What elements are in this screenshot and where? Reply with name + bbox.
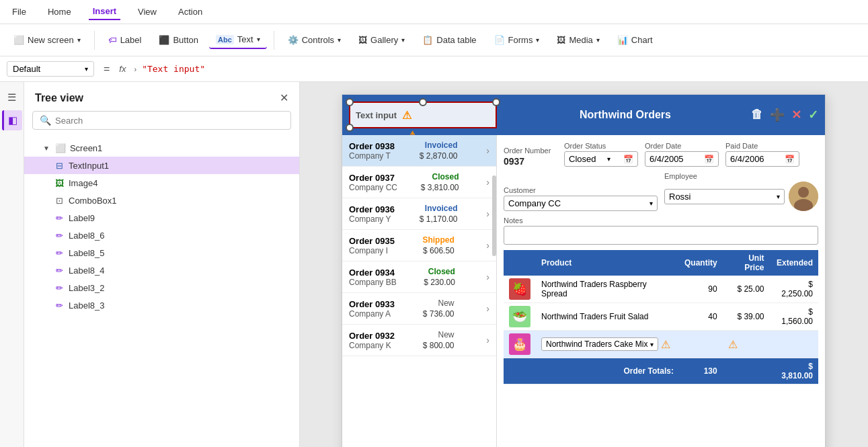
product-img-1: 🥗 (504, 303, 536, 331)
tree-item-textinput1[interactable]: ⊟ TextInput1 (24, 157, 299, 174)
product-extended-1: $ 1,560.00 (769, 303, 818, 331)
product-price-new: ⚠ (723, 331, 770, 358)
text-input-element[interactable]: Text input ⚠ Invoiced ⚠ (349, 101, 497, 128)
product-img-new: 🎂 (504, 331, 536, 358)
order-left-0937: Order 0937 Company CC (349, 173, 397, 192)
button-button[interactable]: ⬛ Button (152, 32, 205, 48)
tree-item-label8-4[interactable]: ✏ Label8_4 (24, 261, 299, 279)
hamburger-icon[interactable]: ☰ (2, 87, 22, 108)
sidebar-search-box[interactable]: 🔍 (32, 111, 291, 130)
paid-date-input[interactable]: 6/4/2006 📅 (725, 151, 799, 167)
chevron-down-icon: ▾ (77, 36, 81, 44)
controls-icon: ⚙️ (288, 35, 299, 45)
chevron-right-icon-formula: › (134, 65, 136, 73)
order-date-value: 6/4/2005 (649, 154, 684, 164)
order-right-0936: Invoiced $ 1,170.00 (420, 204, 458, 224)
formula-bar: Default ▾ = fx › "Text input" (0, 56, 868, 82)
chart-button[interactable]: 📊 Chart (610, 32, 660, 48)
calendar-icon-paid: 📅 (785, 155, 795, 164)
close-icon[interactable]: ✕ (280, 91, 288, 104)
cake-image: 🎂 (509, 333, 530, 355)
product-row-1[interactable]: 🥗 Northwind Traders Fruit Salad 40 $ 39.… (504, 303, 818, 331)
product-dropdown-cell[interactable]: Northwind Traders Cake Mix ▾ ⚠ (536, 331, 679, 358)
menu-view[interactable]: View (134, 4, 161, 19)
forms-button[interactable]: 📄 Forms ▾ (487, 32, 547, 48)
trash-icon[interactable]: 🗑 (751, 108, 763, 122)
media-button[interactable]: 🖼 Media ▾ (550, 32, 606, 48)
text-button[interactable]: Abc Text ▾ (209, 31, 267, 49)
employee-dropdown[interactable]: Rossi ▾ (664, 189, 785, 204)
label3-2-icon: ✏ (54, 282, 65, 293)
layers-icon[interactable]: ◧ (2, 110, 22, 130)
order-amount-0937: $ 3,810.00 (421, 183, 459, 192)
search-input[interactable] (55, 116, 284, 126)
menu-file[interactable]: File (8, 4, 30, 19)
order-num-0934: Order 0934 (349, 268, 397, 278)
order-row-0936[interactable]: Order 0936 Company Y Invoiced $ 1,170.00… (342, 198, 496, 230)
controls-button[interactable]: ⚙️ Controls ▾ (281, 32, 348, 48)
tree-item-image4[interactable]: 🖼 Image4 (24, 174, 299, 192)
product-dropdown-value: Northwind Traders Cake Mix (546, 339, 647, 349)
plus-icon[interactable]: ➕ (770, 108, 785, 122)
notes-input[interactable] (504, 226, 818, 245)
formula-dropdown[interactable]: Default ▾ (7, 61, 94, 77)
screen1-label: Screen1 (70, 143, 102, 153)
order-status-value: Closed (569, 154, 596, 164)
label9-icon: ✏ (54, 212, 65, 223)
product-row-0[interactable]: 🍓 Northwind Traders Raspberry Spread 90 … (504, 276, 818, 303)
image-icon: 🖼 (54, 177, 65, 188)
chevron-down-icon-gallery: ▾ (401, 36, 405, 44)
new-screen-button[interactable]: ⬜ New screen ▾ (7, 32, 87, 48)
tree-item-label3-2[interactable]: ✏ Label3_2 (24, 279, 299, 296)
product-row-new[interactable]: 🎂 Northwind Traders Cake Mix ▾ ⚠ (504, 331, 818, 358)
product-name-1: Northwind Traders Fruit Salad (536, 303, 679, 331)
order-row-0937[interactable]: Order 0937 Company CC Closed $ 3,810.00 … (342, 167, 496, 198)
label3-2-label: Label3_2 (69, 283, 105, 293)
label-button[interactable]: 🏷 Label (102, 32, 149, 48)
order-right-0934: Closed $ 230.00 (424, 267, 455, 287)
label8-5-icon: ✏ (54, 247, 65, 258)
main-area: ☰ ◧ Tree view ✕ 🔍 ▼ ⬜ Screen1 ⊟ TextInpu… (0, 82, 868, 447)
collapse-icon: ▼ (43, 145, 50, 152)
order-list-scrollbar[interactable] (492, 175, 496, 256)
order-list: Order 0938 Company T Invoiced $ 2,870.00… (342, 135, 497, 447)
order-left-0932: Order 0932 Company K (349, 331, 395, 350)
product-dropdown[interactable]: Northwind Traders Cake Mix ▾ (541, 337, 658, 351)
product-img-0: 🍓 (504, 276, 536, 303)
menu-insert[interactable]: Insert (89, 3, 120, 20)
order-row-0934[interactable]: Order 0934 Company BB Closed $ 230.00 › (342, 261, 496, 293)
order-number-label: Order Number (504, 147, 557, 155)
label8-6-icon: ✏ (54, 230, 65, 241)
gallery-button[interactable]: 🖼 Gallery ▾ (352, 32, 411, 48)
data-table-button[interactable]: 📋 Data table (416, 32, 483, 48)
check-icon[interactable]: ✓ (808, 108, 818, 122)
tree-item-combobox1[interactable]: ⊡ ComboBox1 (24, 192, 299, 209)
x-icon[interactable]: ✕ (791, 108, 801, 122)
extended-header: Extended (769, 250, 818, 276)
customer-dropdown[interactable]: Company CC ▾ (504, 196, 658, 211)
form-row-1: Order Number 0937 Order Status Closed ▾ … (504, 142, 818, 167)
order-row-0935[interactable]: Order 0935 Company I Shipped $ 606.50 › (342, 230, 496, 261)
menu-home[interactable]: Home (44, 4, 75, 19)
order-chevron-0936: › (486, 208, 489, 219)
tree-item-label8-5[interactable]: ✏ Label8_5 (24, 244, 299, 261)
order-totals-label: Order Totals: (504, 358, 679, 384)
tree-item-label8-6[interactable]: ✏ Label8_6 (24, 227, 299, 244)
order-row-0938[interactable]: Order 0938 Company T Invoiced $ 2,870.00… (342, 135, 496, 167)
tree-item-screen1[interactable]: ▼ ⬜ Screen1 (24, 139, 299, 157)
order-status-dropdown[interactable]: Closed ▾ 📅 (564, 151, 638, 167)
order-status-label-detail: Order Status (564, 142, 638, 150)
gallery-icon: 🖼 (358, 35, 367, 45)
order-date-input[interactable]: 6/4/2005 📅 (645, 151, 719, 167)
chevron-down-status: ▾ (607, 155, 610, 163)
calendar-icon-date: 📅 (704, 155, 714, 164)
chevron-down-customer: ▾ (649, 200, 653, 207)
order-status-0935: Shipped (422, 235, 454, 245)
order-row-0932[interactable]: Order 0932 Company K New $ 800.00 › (342, 325, 496, 356)
tree-item-label9[interactable]: ✏ Label9 (24, 209, 299, 227)
order-row-0933[interactable]: Order 0933 Company A New $ 736.00 › (342, 293, 496, 325)
chevron-down-icon-formula: ▾ (85, 65, 88, 73)
tree-item-label8-3[interactable]: ✏ Label8_3 (24, 296, 299, 314)
product-name-0: Northwind Traders Raspberry Spread (536, 276, 679, 303)
menu-action[interactable]: Action (174, 4, 206, 19)
